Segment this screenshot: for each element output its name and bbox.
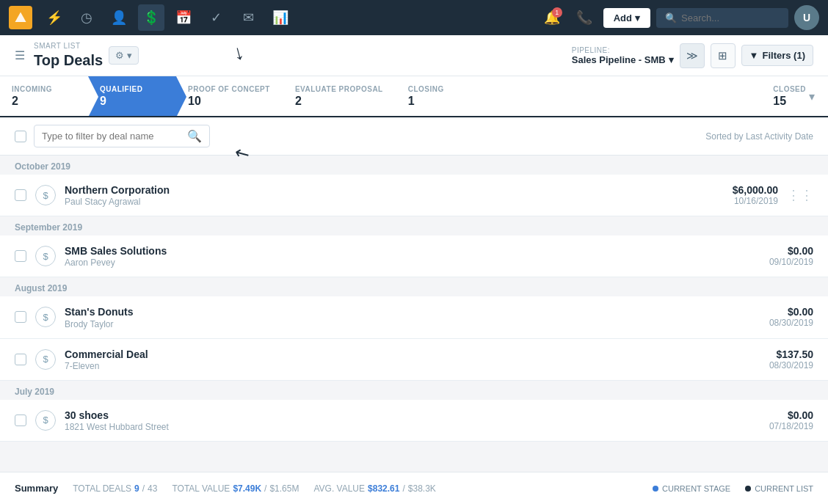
filter-icon: ▼ [749,50,759,61]
deal-name: SMB Sales Solutions [65,244,760,258]
deal-name: Stan's Donuts [65,305,760,318]
nav-messages-icon[interactable]: ✉ [235,4,261,31]
nav-calendar-icon[interactable]: 📅 [170,4,197,31]
avatar[interactable]: U [794,5,819,30]
list-view-button[interactable]: ≫ [680,43,705,68]
content-header: 🔍 Sorted by Last Activity Date [0,117,828,156]
phone-icon[interactable]: 📞 [571,4,598,31]
deal-icon: $ [35,410,56,431]
deal-contact: Paul Stacy Agrawal [65,197,724,207]
deal-row[interactable]: $ 30 shoes 1821 West Hubbard Street $0.0… [0,400,828,442]
summary-bar: Summary TOTAL DEALS 9 / 43 TOTAL VALUE $… [0,472,828,504]
nav-dashboard-icon[interactable]: ⚡ [41,4,68,31]
avg-value-summary: AVG. VALUE $832.61 / $38.3K [313,483,435,494]
settings-button[interactable]: ⚙ ▾ [109,46,139,65]
top-navigation: ⚡ ◷ 👤 💲 📅 ✓ ✉ 📊 🔔 1 📞 Add ▾ 🔍 U [0,0,828,35]
subheader: ☰ SMART LIST Top Deals ⚙ ▾ PIPELINE: Sal… [0,35,828,76]
deal-contact: 7-Eleven [65,361,760,371]
deal-row[interactable]: $ Northern Corporation Paul Stacy Agrawa… [0,175,828,216]
stage-qualified[interactable]: QUALIFIED 9 [88,76,176,116]
search-input[interactable] [681,12,777,23]
page-title: Top Deals [34,51,103,69]
date-group-october: October 2019 [0,156,828,175]
legend-current-list: CURRENT LIST [745,484,813,493]
deal-date: 10/16/2019 [733,196,778,206]
deal-row[interactable]: $ SMB Sales Solutions Aaron Pevey $0.00 … [0,235,828,277]
deal-icon: $ [35,185,56,205]
deal-contact: 1821 West Hubbard Street [65,422,760,432]
total-deals-summary: TOTAL DEALS 9 / 43 [73,483,157,494]
nav-contacts-icon[interactable]: 👤 [106,4,132,31]
legend-current-stage: CURRENT STAGE [653,484,730,493]
search-container: 🔍 [656,8,788,28]
chevron-down-icon: ▾ [669,54,674,65]
deal-value: $137.50 [769,348,813,360]
svg-marker-0 [15,12,26,23]
gear-icon: ⚙ [115,50,124,61]
stage-closing[interactable]: CLOSING 1 [396,76,484,116]
deal-date: 08/30/2019 [769,318,813,328]
deal-filter-container: 🔍 [34,125,210,147]
add-button[interactable]: Add ▾ [603,8,650,28]
deal-checkbox[interactable] [15,189,26,201]
deal-value: $0.00 [769,306,813,318]
deal-icon: $ [35,307,56,327]
deal-checkbox[interactable] [15,311,26,323]
filter-button[interactable]: ▼ Filters (1) [741,45,813,66]
chevron-down-icon: ▾ [127,50,132,61]
stage-proof-of-concept[interactable]: PROOF OF CONCEPT 10 [176,76,283,116]
deal-value: $6,000.00 [733,184,778,196]
deal-checkbox[interactable] [15,414,26,426]
stage-incoming[interactable]: INCOMING 2 [0,76,88,116]
deal-contact: Brody Taylor [65,319,760,329]
search-icon: 🔍 [187,129,202,143]
deal-value: $0.00 [769,409,813,421]
deal-row[interactable]: $ Stan's Donuts Brody Taylor $0.00 08/30… [0,296,828,338]
deal-name: Northern Corporation [65,183,724,197]
deal-value: $0.00 [769,245,813,257]
grid-view-button[interactable]: ⊞ [711,43,736,68]
deal-contact: Aaron Pevey [65,258,760,268]
notifications-bell[interactable]: 🔔 1 [539,4,565,31]
total-value-summary: TOTAL VALUE $7.49K / $1.65M [172,483,299,494]
summary-title: Summary [15,483,58,494]
deal-row[interactable]: $ Commercial Deal 7-Eleven $137.50 08/30… [0,339,828,381]
legend-dot-stage [653,486,658,492]
legend-dot-list [745,486,751,492]
stage-evaluate-proposal[interactable]: EVALUATE PROPOSAL 2 [283,76,396,116]
nav-reports-icon[interactable]: 📊 [267,4,294,31]
nav-tasks-icon[interactable]: ✓ [203,4,229,31]
date-group-august: August 2019 [0,277,828,296]
nav-deals-icon[interactable]: 💲 [138,4,164,31]
app-logo[interactable] [9,6,32,29]
chevron-down-icon: ▾ [809,90,815,103]
select-all-checkbox[interactable] [15,131,26,142]
deal-date: 09/10/2019 [769,257,813,267]
notification-badge: 1 [552,7,562,18]
deal-date: 08/30/2019 [769,360,813,370]
date-group-july: July 2019 [0,381,828,400]
deal-icon: $ [35,349,56,370]
pipeline-stages: INCOMING 2 QUALIFIED 9 PROOF OF CONCEPT … [0,76,828,117]
pipeline-label: PIPELINE: [572,46,674,54]
smart-list-label: SMART LIST [34,43,103,50]
deals-list: October 2019 $ Northern Corporation Paul… [0,156,828,504]
search-icon: 🔍 [665,12,677,23]
deal-date: 07/18/2019 [769,421,813,431]
deal-checkbox[interactable] [15,250,26,262]
pipeline-selector[interactable]: Sales Pipeline - SMB ▾ [572,54,674,65]
sort-label: Sorted by Last Activity Date [705,131,813,142]
stage-closed[interactable]: CLOSED 15 ▾ [760,76,828,116]
deal-name: 30 shoes [65,409,760,422]
deal-name: Commercial Deal [65,348,760,361]
drag-handle-icon[interactable]: ⋮⋮ [787,187,813,203]
menu-icon[interactable]: ☰ [15,48,25,62]
chevron-down-icon: ▾ [635,12,640,23]
deal-checkbox[interactable] [15,354,26,365]
deal-filter-input[interactable] [42,131,183,142]
nav-clock-icon[interactable]: ◷ [73,4,100,31]
date-group-september: September 2019 [0,216,828,235]
deal-icon: $ [35,246,56,266]
